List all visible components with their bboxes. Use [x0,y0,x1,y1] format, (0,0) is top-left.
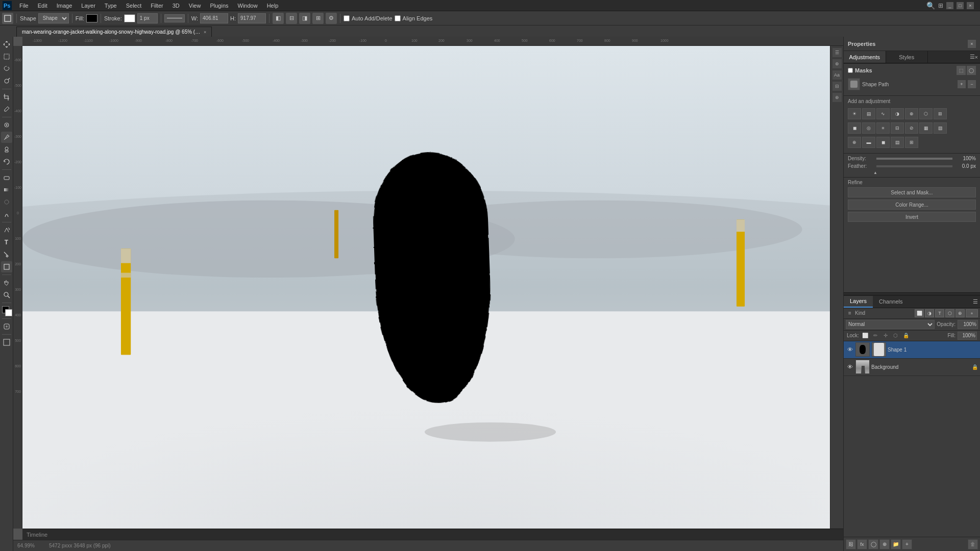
select-mask-btn[interactable]: Select and Mask... [848,187,976,197]
masks-checkbox[interactable] [848,68,853,73]
menu-plugins[interactable]: Plugins [206,2,232,10]
panel-close-btn[interactable]: × [968,40,976,48]
adj-posterize[interactable]: ▦ [919,122,933,134]
menu-select[interactable]: Select [122,2,146,10]
invert-btn[interactable]: Invert [848,212,976,222]
crop-tool[interactable] [1,91,12,103]
pen-tool[interactable] [1,224,12,236]
adj-gradient-fill[interactable]: ▤ [891,137,904,148]
adj-hsl[interactable]: ⬡ [919,108,933,119]
arrange-icon[interactable]: ⊞ [312,13,324,24]
menu-image[interactable]: Image [53,2,77,10]
brush-tool[interactable] [1,132,12,143]
screen-mode-btn[interactable] [1,337,12,348]
layer-delete-btn[interactable]: 🗑 [968,539,978,549]
stroke-swatch[interactable] [124,14,135,22]
blur-tool[interactable] [1,196,12,208]
menu-view[interactable]: View [185,2,205,10]
property-icon-5[interactable]: ⊕ [832,93,842,102]
settings-icon[interactable]: ⚙ [326,13,337,24]
width-input[interactable] [200,13,228,23]
tab-adjustments[interactable]: Adjustments [844,51,886,63]
density-slider[interactable] [876,158,952,160]
layers-menu-btn[interactable]: ☰ [973,298,978,305]
clone-tool[interactable] [1,144,12,155]
layer-fx-btn[interactable]: fx [857,539,867,549]
property-icon-1[interactable]: ☰ [832,48,842,57]
lock-all-btn[interactable]: 🔒 [902,332,910,340]
shapes-tool[interactable] [1,261,12,272]
adj-colorlookup[interactable]: ⊟ [891,122,904,134]
workspace-icon[interactable]: ⊞ [938,2,943,9]
filter-toggle-btn[interactable]: ● [966,309,978,317]
filter-shape-btn[interactable]: ⬡ [945,309,954,317]
adj-invert[interactable]: ⊘ [905,122,918,134]
healing-tool[interactable] [1,119,12,131]
adj-levels[interactable]: ▤ [862,108,875,119]
adj-brightness[interactable]: ☀ [848,108,861,119]
property-icon-2[interactable]: ⊕ [832,59,842,68]
eraser-tool[interactable] [1,172,12,183]
adj-panel-menu[interactable]: ☰ [970,54,975,60]
canvas-content[interactable] [22,46,843,529]
lock-transparent-btn[interactable]: ⬜ [861,332,869,340]
shape-path-remove[interactable]: − [968,80,976,88]
menu-type[interactable]: Type [101,2,121,10]
menu-file[interactable]: File [15,2,33,10]
minimize-button[interactable]: _ [946,2,953,9]
align-left-icon[interactable]: ◧ [273,13,284,24]
adj-panel-close[interactable]: × [975,54,978,60]
menu-help[interactable]: Help [263,2,283,10]
adj-pattern[interactable]: ⊞ [905,137,918,148]
quick-mask-btn[interactable] [1,321,12,332]
filter-text-btn[interactable]: T [935,309,944,317]
history-brush[interactable] [1,156,12,167]
zoom-tool[interactable] [1,289,12,300]
layer-mask-btn[interactable]: ◯ [868,539,878,549]
layers-tab[interactable]: Layers [844,296,873,308]
blend-mode-select[interactable]: Normal Dissolve Multiply Screen [846,320,935,329]
lock-pixel-btn[interactable]: ✏ [871,332,879,340]
filter-adj-btn[interactable]: ◑ [925,309,934,317]
color-range-btn[interactable]: Color Range... [848,199,976,210]
menu-filter[interactable]: Filter [146,2,167,10]
fill-swatch[interactable] [86,14,97,22]
select-tool[interactable] [1,51,12,62]
layer-new-btn[interactable]: + [902,539,912,549]
adj-exposure[interactable]: ◑ [891,108,904,119]
feather-slider[interactable] [876,165,952,167]
align-center-icon[interactable]: ⊟ [286,13,297,24]
tab-styles[interactable]: Styles [886,51,928,63]
layer-eye-background[interactable]: 👁 [846,363,854,371]
hand-tool[interactable] [1,277,12,288]
tab-close-icon[interactable]: × [204,30,206,35]
shape-path-add[interactable]: + [958,80,966,88]
layer-eye-shape1[interactable]: 👁 [846,345,854,354]
adj-colorbalance[interactable]: ⊞ [934,108,947,119]
menu-edit[interactable]: Edit [34,2,52,10]
search-icon[interactable]: 🔍 [926,2,935,10]
layer-item-background[interactable]: 👁 [844,359,980,376]
document-tab[interactable]: man-wearing-orange-jacket-walking-along-… [16,27,212,37]
stroke-size-input[interactable] [137,13,158,23]
close-button[interactable]: × [967,2,974,9]
lock-position-btn[interactable]: ✛ [881,332,890,340]
adj-bw[interactable]: ◼ [848,122,861,134]
layer-link-btn[interactable]: ⛓ [846,539,856,549]
path-select-tool[interactable] [1,249,12,260]
fg-bg-colors[interactable] [1,305,12,316]
dodge-tool[interactable] [1,209,12,220]
adj-solid[interactable]: ◼ [876,137,890,148]
menu-window[interactable]: Window [234,2,262,10]
adj-selectivecolor[interactable]: ⊕ [848,137,861,148]
layer-group-btn[interactable]: 📁 [891,539,901,549]
opacity-input[interactable] [958,320,978,329]
adj-gradientmap[interactable]: ▬ [862,137,875,148]
gradient-tool[interactable] [1,184,12,195]
shape-select[interactable]: Shape Path Pixels [38,13,69,23]
menu-layer[interactable]: Layer [77,2,100,10]
align-right-icon[interactable]: ◨ [299,13,310,24]
adj-vibrance[interactable]: ⊕ [905,108,918,119]
channels-tab[interactable]: Channels [873,296,909,308]
layer-item-shape1[interactable]: 👁 Shape 1 [844,341,980,359]
